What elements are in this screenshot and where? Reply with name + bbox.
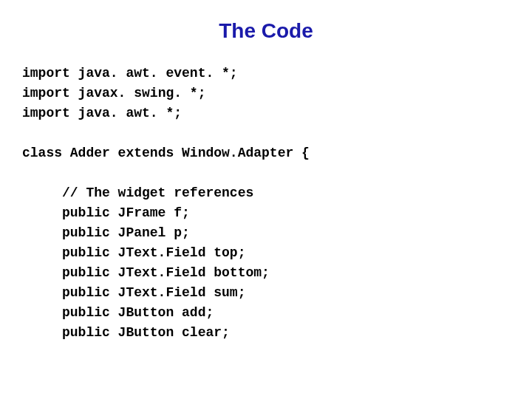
slide-title: The Code [22, 19, 510, 43]
blank-line [22, 123, 510, 143]
import-line: import java. awt. event. *; [22, 64, 510, 83]
field-declaration: public JText.Field sum; [22, 283, 510, 303]
class-declaration: class Adder extends Window.Adapter { [22, 143, 510, 163]
field-declaration: public JButton clear; [22, 323, 510, 343]
import-line: import javax. swing. *; [22, 83, 510, 103]
field-declaration: public JPanel p; [22, 223, 510, 243]
blank-line [22, 163, 510, 183]
field-declaration: public JText.Field bottom; [22, 263, 510, 283]
import-line: import java. awt. *; [22, 103, 510, 123]
field-declaration: public JText.Field top; [22, 243, 510, 263]
field-declaration: public JButton add; [22, 303, 510, 323]
field-declaration: public JFrame f; [22, 203, 510, 223]
comment-line: // The widget references [22, 183, 510, 203]
code-block: import java. awt. event. *; import javax… [22, 64, 510, 343]
